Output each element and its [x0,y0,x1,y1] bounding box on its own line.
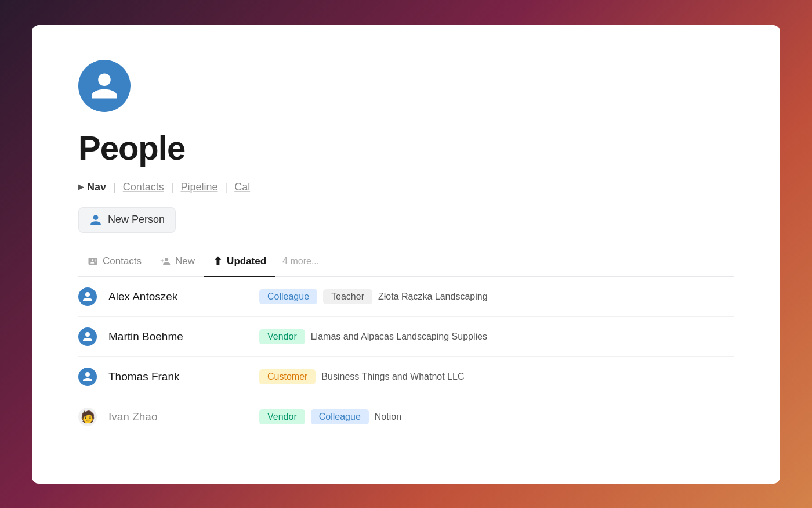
tab-updated[interactable]: ⬆ Updated [204,249,276,277]
company-name: Złota Rączka Landscaping [378,291,488,302]
page-icon [78,60,130,112]
tag-customer: Customer [259,369,316,384]
company-name: Business Things and Whatnot LLC [321,372,464,382]
person-icon [82,331,93,343]
person-circle-icon [89,70,120,102]
tag-vendor: Vendor [259,329,305,344]
new-person-icon [89,214,102,226]
person-name: Alex Antoszek [108,290,236,303]
tab-updated-label: Updated [227,255,266,267]
avatar-emoji: 🧑 [81,410,95,424]
tab-more[interactable]: 4 more... [276,250,326,276]
tags-company: Vendor Colleague Notion [259,409,734,424]
person-name: Ivan Zhao [108,410,236,423]
nav-link-contacts[interactable]: Contacts [123,181,164,193]
table-row[interactable]: 🧑 Ivan Zhao Vendor Colleague Notion [78,397,734,437]
new-person-label: New Person [108,214,165,226]
sep-3: | [225,181,228,193]
tag-vendor: Vendor [259,409,305,424]
tab-new[interactable]: New [151,250,204,276]
tag-colleague: Colleague [311,409,369,424]
nav-row: ▶ Nav | Contacts | Pipeline | Cal [78,181,734,193]
table-row[interactable]: Thomas Frank Customer Business Things an… [78,357,734,397]
page-title: People [78,128,734,167]
tab-contacts[interactable]: Contacts [78,250,151,276]
add-person-tab-icon [160,256,171,266]
person-name: Thomas Frank [108,370,236,383]
person-icon [82,291,93,302]
people-list: Alex Antoszek Colleague Teacher Złota Rą… [78,277,734,437]
avatar [78,287,97,306]
tabs-bar: Contacts New ⬆ Updated 4 more... [78,249,734,277]
company-name: Notion [375,412,401,422]
tab-more-label: 4 more... [282,256,319,266]
nav-toggle[interactable]: ▶ Nav [78,181,106,193]
nav-label: Nav [87,181,106,193]
nav-link-cal[interactable]: Cal [234,181,250,193]
tab-contacts-label: Contacts [103,255,142,267]
tags-company: Vendor Llamas and Alpacas Landscaping Su… [259,329,734,344]
sep-1: | [113,181,116,193]
person-icon [82,371,93,383]
new-person-button[interactable]: New Person [78,207,176,233]
avatar [78,327,97,346]
tab-new-label: New [175,255,195,267]
tags-company: Colleague Teacher Złota Rączka Landscapi… [259,289,734,304]
nav-triangle-icon: ▶ [78,183,84,191]
main-window: People ▶ Nav | Contacts | Pipeline | Cal… [32,25,780,484]
sep-2: | [171,181,174,193]
company-name: Llamas and Alpacas Landscaping Supplies [311,332,487,342]
tag-colleague: Colleague [259,289,317,304]
avatar: 🧑 [78,408,97,426]
tag-teacher: Teacher [323,289,372,304]
contacts-tab-icon [88,256,98,266]
table-row[interactable]: Alex Antoszek Colleague Teacher Złota Rą… [78,277,734,317]
arrow-up-tab-icon: ⬆ [213,255,222,268]
table-row[interactable]: Martin Boehme Vendor Llamas and Alpacas … [78,317,734,357]
person-name: Martin Boehme [108,330,236,343]
nav-link-pipeline[interactable]: Pipeline [180,181,217,193]
avatar [78,368,97,386]
tags-company: Customer Business Things and Whatnot LLC [259,369,734,384]
